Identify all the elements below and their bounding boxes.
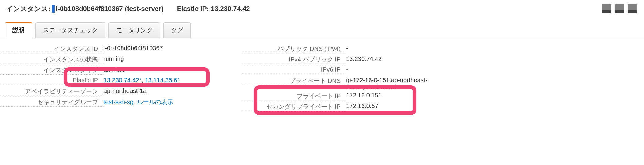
private-dns-value: ip-172-16-0-151.ap-northeast-1.compute.i… — [346, 76, 468, 91]
availability-zone-label: アベイラビリティーゾーン — [0, 87, 104, 96]
view-rules-link[interactable]: ルールの表示 — [137, 99, 173, 105]
elastic-ip-value: 13.230.74.42*, 13.114.35.61 — [104, 76, 180, 84]
instance-id-value: i-0b108d0b64f810367 — [104, 44, 163, 52]
selection-indicator-icon — [52, 5, 55, 13]
header-bar: インスタンス: i-0b108d0b64f810367 (test-server… — [0, 0, 644, 15]
availability-zone-value: ap-northeast-1a — [104, 87, 147, 94]
secondary-private-ip-value: 172.16.0.57 — [346, 102, 378, 110]
ipv6-ip-value: - — [346, 65, 348, 73]
elastic-ip-separator: , — [142, 77, 145, 83]
elastic-ip-label: Elastic IP — [0, 76, 104, 84]
private-ip-label: プライベート IP — [242, 91, 346, 100]
layout-small-icon[interactable] — [602, 4, 611, 13]
ipv4-public-ip-value[interactable]: 13.230.74.42 — [346, 55, 382, 62]
tabs: 説明 ステータスチェック モニタリング タグ — [0, 22, 644, 38]
instance-state-value: running — [104, 55, 124, 62]
security-group-value: test-ssh-sg. ルールの表示 — [104, 97, 173, 106]
private-dns-label: プライベート DNS — [242, 76, 346, 85]
tab-tags[interactable]: タグ — [163, 22, 191, 38]
security-group-link[interactable]: test-ssh-sg — [104, 99, 133, 105]
details-right-column: パブリック DNS (IPv4) - IPv4 パブリック IP 13.230.… — [242, 44, 474, 112]
private-ip-value: 172.16.0.151 — [346, 91, 382, 99]
public-dns-label: パブリック DNS (IPv4) — [242, 44, 346, 53]
instance-type-label: インスタンスタイプ — [0, 65, 104, 75]
content: インスタンス ID i-0b108d0b64f810367 インスタンスの状態 … — [0, 38, 644, 112]
details-left-column: インスタンス ID i-0b108d0b64f810367 インスタンスの状態 … — [0, 44, 232, 112]
header-elastic-ip: Elastic IP: 13.230.74.42 — [177, 5, 250, 13]
panel-layout-actions — [602, 4, 637, 13]
tab-status-checks[interactable]: ステータスチェック — [35, 22, 105, 38]
security-group-label: セキュリティグループ — [0, 97, 104, 107]
secondary-private-ip-label: セカンダリプライベート IP — [242, 102, 346, 111]
tab-monitoring[interactable]: モニタリング — [108, 22, 160, 38]
layout-medium-icon[interactable] — [615, 4, 624, 13]
instance-id-name: i-0b108d0b64f810367 (test-server) — [56, 5, 163, 13]
tab-description[interactable]: 説明 — [5, 22, 32, 38]
instance-type-value: t2.micro — [104, 65, 125, 73]
instance-id-label: インスタンス ID — [0, 44, 104, 53]
layout-large-icon[interactable] — [628, 4, 637, 13]
security-group-dot: . — [133, 99, 137, 105]
public-dns-value: - — [346, 44, 348, 52]
instance-label: インスタンス: — [6, 4, 50, 13]
ipv4-public-ip-label: IPv4 パブリック IP — [242, 55, 346, 64]
ipv6-ip-label: IPv6 IP — [242, 65, 346, 73]
elastic-ip-link-2[interactable]: 13.114.35.61 — [145, 77, 181, 83]
instance-state-label: インスタンスの状態 — [0, 55, 104, 64]
elastic-ip-link-1[interactable]: 13.230.74.42* — [104, 77, 142, 83]
